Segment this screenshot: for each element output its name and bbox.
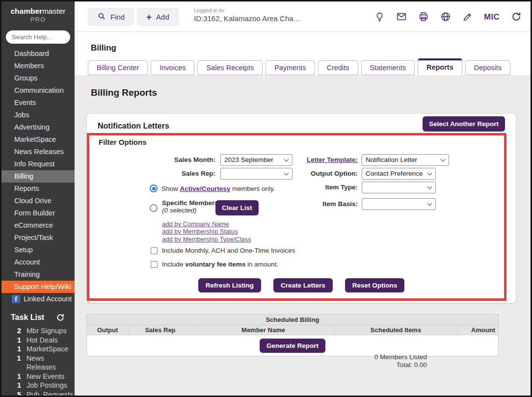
add-by-membership-type-class-link[interactable]: add by Membership Type/Class	[162, 236, 251, 243]
tab-reports[interactable]: Reports	[418, 58, 462, 75]
pencil-icon[interactable]	[462, 12, 473, 22]
globe-icon[interactable]	[440, 11, 451, 22]
filter-action-buttons: Refresh Listing Create Letters Reset Opt…	[87, 278, 516, 292]
active-courtesy-link[interactable]: Active/Courtesy	[180, 185, 231, 192]
specific-members-radio[interactable]	[150, 204, 158, 212]
screen: chambermaster PRO Dashboard Members Grou…	[1, 1, 531, 396]
add-by-membership-status-link[interactable]: add by Membership Status	[162, 228, 251, 235]
include-invoices-checkbox[interactable]	[151, 247, 158, 254]
total-amount: Total: 0.00	[86, 361, 427, 369]
letter-template-link[interactable]: Letter Template:	[307, 156, 358, 163]
specific-members-text: Specific Members (0 selected)	[162, 199, 218, 214]
include-invoices-label: Include Monthly, ACH and One-Time Invoic…	[162, 247, 295, 254]
output-option-select[interactable]: Contact Preference	[362, 168, 436, 180]
create-letters-button[interactable]: Create Letters	[273, 278, 333, 292]
logged-in-value: ID:3162, Kalamazoo Area Cha…	[194, 14, 301, 23]
brand-bold: chamber	[11, 7, 43, 15]
find-label: Find	[110, 13, 125, 21]
sidebar-item-setup[interactable]: Setup	[1, 244, 75, 256]
column-output: Output	[87, 325, 128, 335]
refresh-listing-button[interactable]: Refresh Listing	[198, 278, 261, 292]
task-label: Job Postings	[27, 381, 67, 390]
sidebar-item-billing[interactable]: Billing	[1, 170, 75, 183]
sidebar-item-cloud-drive[interactable]: Cloud Drive	[1, 195, 75, 207]
tab-statements[interactable]: Statements	[361, 60, 415, 75]
sidebar-item-members[interactable]: Members	[1, 60, 75, 72]
item-type-select[interactable]	[362, 182, 436, 193]
sidebar-item-info-request[interactable]: Info Request	[1, 158, 75, 170]
sidebar-item-communication[interactable]: Communication	[1, 84, 75, 97]
refresh-icon[interactable]	[511, 11, 522, 22]
letter-template-select[interactable]: Notification Letter	[362, 154, 449, 166]
task-row-hot-deals[interactable]: 1Hot Deals	[1, 336, 75, 345]
envelope-icon[interactable]	[396, 11, 407, 22]
report-title: Notification Letters	[98, 122, 169, 131]
sidebar-item-training[interactable]: Training	[1, 268, 75, 281]
item-basis-select[interactable]	[362, 198, 436, 210]
active-courtesy-radio[interactable]	[150, 185, 158, 192]
search-help-input[interactable]	[6, 30, 70, 44]
generate-report-button[interactable]: Generate Report	[260, 339, 325, 353]
lightbulb-icon[interactable]	[374, 12, 385, 22]
task-row-marketspace[interactable]: 1MarketSpace	[1, 344, 75, 354]
billing-reports-heading: Billing Reports	[91, 87, 157, 98]
tab-invoices[interactable]: Invoices	[151, 60, 194, 75]
task-label: News Releases	[27, 354, 75, 372]
task-row-news-releases[interactable]: 1News Releases	[1, 354, 75, 372]
sidebar-item-jobs[interactable]: Jobs	[1, 109, 75, 121]
sidebar-item-dashboard[interactable]: Dashboard	[1, 48, 75, 60]
task-row-job-postings[interactable]: 1Job Postings	[1, 381, 75, 390]
task-row-pub-requests[interactable]: 5Pub. Requests	[1, 390, 75, 396]
tab-billing-center[interactable]: Billing Center	[88, 60, 148, 75]
sidebar-item-events[interactable]: Events	[1, 97, 75, 109]
printer-icon[interactable]	[418, 11, 429, 22]
task-label: New Events	[27, 372, 64, 381]
tab-deposits[interactable]: Deposits	[465, 60, 510, 75]
sidebar-item-ecommerce[interactable]: eCommerce	[1, 219, 75, 232]
tab-sales-receipts[interactable]: Sales Receipts	[197, 60, 263, 75]
task-list-refresh-icon[interactable]	[56, 313, 65, 322]
sidebar-item-news-releases[interactable]: News Releases	[1, 146, 75, 158]
notification-letters-panel: Notification Letters Select Another Repo…	[86, 113, 516, 303]
sidebar-item-linked-account[interactable]: f Linked Account	[1, 293, 75, 305]
task-count: 5	[13, 390, 21, 396]
mic-menu[interactable]: MIC	[484, 12, 500, 22]
sidebar-item-groups[interactable]: Groups	[1, 72, 75, 84]
table-summary: 0 Members Listed Total: 0.00	[86, 353, 427, 369]
tab-credits[interactable]: Credits	[318, 60, 358, 75]
letter-template-label: Letter Template:	[273, 154, 358, 166]
sidebar-item-project-task[interactable]: Project/Task	[1, 232, 75, 244]
add-by-company-name-link[interactable]: add by Company Name	[162, 220, 251, 228]
sidebar: chambermaster PRO Dashboard Members Grou…	[1, 1, 75, 396]
sales-month-label: Sales Month:	[88, 154, 215, 166]
sales-rep-label: Sales Rep:	[88, 168, 215, 180]
select-another-report-button[interactable]: Select Another Report	[423, 116, 505, 132]
task-label: MarketSpace	[27, 344, 68, 354]
sidebar-item-form-builder[interactable]: Form Builder	[1, 207, 75, 219]
linked-account-label: Linked Account	[24, 294, 72, 303]
sidebar-item-advertising[interactable]: Advertising	[1, 121, 75, 133]
facebook-icon: f	[12, 295, 20, 303]
task-label: Hot Deals	[27, 336, 58, 345]
reset-options-button[interactable]: Reset Options	[345, 278, 405, 292]
task-list-title: Task List	[11, 313, 44, 322]
sidebar-nav: Dashboard Members Groups Communication E…	[1, 48, 75, 305]
add-button[interactable]: + Add	[137, 8, 179, 26]
find-button[interactable]: Find	[88, 8, 134, 26]
task-row-new-events[interactable]: 1New Events	[1, 372, 75, 381]
task-row-mbr-signups[interactable]: 2Mbr Signups	[1, 326, 75, 336]
sidebar-item-reports[interactable]: Reports	[1, 183, 75, 195]
task-count: 1	[13, 354, 21, 372]
column-member-name: Member Name	[192, 325, 334, 335]
sidebar-item-marketspace[interactable]: MarketSpace	[1, 133, 75, 146]
column-scheduled-items: Scheduled Items	[334, 325, 457, 335]
sidebar-item-account[interactable]: Account	[1, 256, 75, 268]
include-voluntary-checkbox[interactable]	[151, 261, 158, 268]
tab-payments[interactable]: Payments	[266, 60, 315, 75]
include-voluntary-row: Include voluntary fee items in amount.	[151, 261, 278, 268]
column-sales-rep: Sales Rep	[128, 325, 192, 335]
clear-list-button[interactable]: Clear List	[215, 200, 259, 215]
sales-month-value: 2023 September	[224, 156, 273, 163]
sidebar-item-support-help-wiki[interactable]: Support Help/Wiki	[1, 281, 75, 293]
include-voluntary-label: Include voluntary fee items in amount.	[162, 261, 278, 268]
